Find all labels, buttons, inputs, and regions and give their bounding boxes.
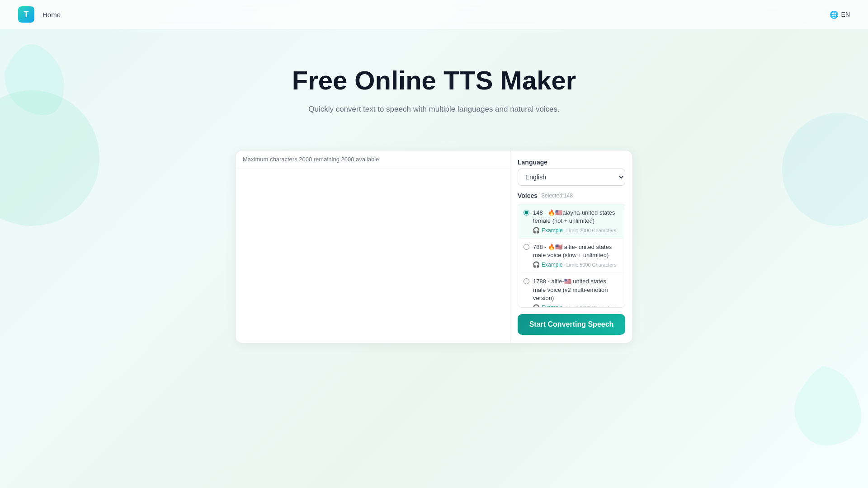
voice-example-2[interactable]: 🎧 Example	[533, 261, 563, 268]
page-title: Free Online TTS Maker	[9, 66, 859, 96]
language-select[interactable]: English Spanish French German Chinese Ja…	[518, 169, 625, 186]
voice-limit-2: Limit: 5000 Characters	[566, 262, 617, 267]
voice-item-2-bottom: 🎧 Example Limit: 5000 Characters	[524, 261, 619, 268]
char-info: Maximum characters 2000 remaining 2000 a…	[236, 150, 510, 169]
nav-left: T Home	[18, 6, 61, 23]
hero-subtitle: Quickly convert text to speech with mult…	[9, 105, 859, 114]
home-link[interactable]: Home	[42, 11, 61, 19]
headphone-icon-3: 🎧	[533, 304, 540, 308]
voice-example-label-1: Example	[542, 227, 563, 234]
voices-header: Voices Selected:148	[518, 192, 625, 199]
lang-code: EN	[841, 11, 850, 18]
voice-item-1-top: 148 - 🔥🇺🇸alayna-united states female (ho…	[524, 209, 619, 225]
controls-panel: Language English Spanish French German C…	[510, 150, 632, 343]
voices-label: Voices	[518, 192, 538, 199]
voice-name-3: 1788 - alfie-🇺🇸 united states male voice…	[533, 277, 619, 302]
voices-section: Voices Selected:148 148 - 🔥🇺🇸alayna-unit…	[518, 192, 625, 308]
headphone-icon-1: 🎧	[533, 227, 540, 234]
voice-item-3[interactable]: 1788 - alfie-🇺🇸 united states male voice…	[518, 273, 625, 307]
voice-name-2: 788 - 🔥🇺🇸 alfie- united states male voic…	[533, 243, 619, 259]
main-card: Maximum characters 2000 remaining 2000 a…	[235, 150, 633, 343]
voice-example-3[interactable]: 🎧 Example	[533, 304, 563, 308]
voice-radio-2[interactable]	[524, 244, 529, 250]
voice-item-1-bottom: 🎧 Example Limit: 2000 Characters	[524, 227, 619, 234]
voices-list: 148 - 🔥🇺🇸alayna-united states female (ho…	[518, 204, 625, 308]
language-label: Language	[518, 159, 625, 166]
voice-limit-1: Limit: 2000 Characters	[566, 228, 617, 233]
convert-button[interactable]: Start Converting Speech	[518, 314, 625, 335]
voice-radio-1[interactable]	[524, 210, 529, 216]
hero-section: Free Online TTS Maker Quickly convert te…	[0, 29, 868, 132]
voice-item-3-top: 1788 - alfie-🇺🇸 united states male voice…	[524, 277, 619, 302]
voice-item-1[interactable]: 148 - 🔥🇺🇸alayna-united states female (ho…	[518, 204, 625, 239]
globe-icon: 🌐	[830, 10, 839, 19]
voice-item-2-top: 788 - 🔥🇺🇸 alfie- united states male voic…	[524, 243, 619, 259]
voice-example-1[interactable]: 🎧 Example	[533, 227, 563, 234]
headphone-icon-2: 🎧	[533, 261, 540, 268]
text-input[interactable]	[236, 169, 510, 343]
voices-selected-count: Selected:148	[541, 192, 573, 199]
voice-name-1: 148 - 🔥🇺🇸alayna-united states female (ho…	[533, 209, 619, 225]
navbar: T Home 🌐 EN	[0, 0, 868, 29]
voice-limit-3: Limit: 6000 Characters	[566, 305, 617, 308]
voice-example-label-3: Example	[542, 305, 563, 308]
voice-item-2[interactable]: 788 - 🔥🇺🇸 alfie- united states male voic…	[518, 239, 625, 273]
voice-item-3-bottom: 🎧 Example Limit: 6000 Characters	[524, 304, 619, 308]
text-panel: Maximum characters 2000 remaining 2000 a…	[236, 150, 510, 343]
language-section: Language English Spanish French German C…	[518, 159, 625, 186]
language-switcher[interactable]: 🌐 EN	[830, 10, 850, 19]
logo[interactable]: T	[18, 6, 34, 23]
voice-radio-3[interactable]	[524, 278, 529, 284]
voice-example-label-2: Example	[542, 262, 563, 268]
